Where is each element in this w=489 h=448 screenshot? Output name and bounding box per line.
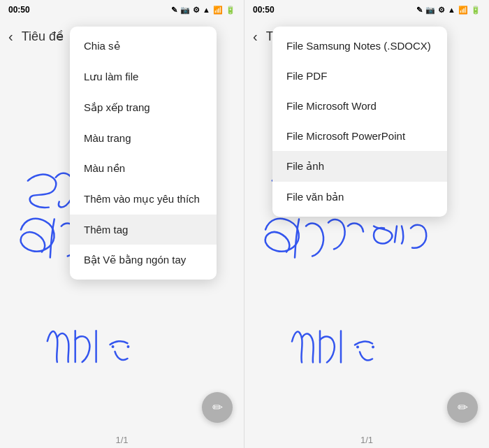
menu-item-powerpoint[interactable]: File Microsoft PowerPoint — [272, 121, 447, 151]
status-icons-right: ✎ 📷 ⚙ ▲ 📶 🔋 — [416, 6, 481, 15]
status-bar-right: 00:50 ✎ 📷 ⚙ ▲ 📶 🔋 — [245, 0, 489, 20]
page-title-left: Tiêu đề — [22, 29, 64, 44]
page-indicator-left: 1/1 — [115, 435, 128, 445]
right-panel: 00:50 ✎ 📷 ⚙ ▲ 📶 🔋 ‹ Tiêu đề — [245, 0, 489, 448]
fab-icon-right: ✏ — [458, 400, 468, 415]
menu-item-add-favorites[interactable]: Thêm vào mục yêu thích — [70, 184, 217, 215]
svg-point-2 — [356, 346, 359, 349]
svg-point-3 — [372, 346, 374, 349]
menu-item-page-color[interactable]: Màu trang — [70, 123, 217, 153]
back-button-right[interactable]: ‹ — [253, 29, 258, 45]
left-dropdown-menu: Chia sẻ Lưu làm file Sắp xếp trang Màu t… — [70, 27, 217, 280]
menu-item-save-file[interactable]: Lưu làm file — [70, 62, 217, 92]
fab-button-right[interactable]: ✏ — [447, 392, 478, 423]
menu-item-samsung-notes[interactable]: File Samsung Notes (.SDOCX) — [272, 31, 447, 61]
svg-point-0 — [112, 345, 115, 348]
menu-item-bg-color[interactable]: Màu nền — [70, 153, 217, 184]
time-right: 00:50 — [253, 5, 275, 15]
right-dropdown-menu: File Samsung Notes (.SDOCX) File PDF Fil… — [272, 27, 447, 217]
menu-item-text[interactable]: File văn bản — [272, 182, 447, 212]
menu-item-share[interactable]: Chia sẻ — [70, 31, 217, 62]
fab-icon-left: ✏ — [212, 400, 223, 415]
back-button-left[interactable]: ‹ — [8, 29, 13, 45]
menu-item-word[interactable]: File Microsoft Word — [272, 91, 447, 121]
fab-button-left[interactable]: ✏ — [202, 392, 233, 423]
menu-item-draw-finger[interactable]: Bật Vẽ bằng ngón tay — [70, 245, 217, 275]
time-left: 00:50 — [8, 5, 30, 15]
status-icons-left: ✎ 📷 ⚙ ▲ 📶 🔋 — [171, 6, 235, 15]
svg-point-1 — [126, 345, 129, 348]
menu-item-pdf[interactable]: File PDF — [272, 61, 447, 91]
status-bar-left: 00:50 ✎ 📷 ⚙ ▲ 📶 🔋 — [0, 0, 244, 20]
left-panel: 00:50 ✎ 📷 ⚙ ▲ 📶 🔋 ‹ Tiêu đề — [0, 0, 245, 448]
menu-item-arrange-pages[interactable]: Sắp xếp trang — [70, 92, 217, 123]
page-indicator-right: 1/1 — [360, 435, 373, 445]
menu-item-image[interactable]: File ảnh — [272, 151, 447, 182]
menu-item-add-tag[interactable]: Thêm tag — [70, 215, 217, 245]
